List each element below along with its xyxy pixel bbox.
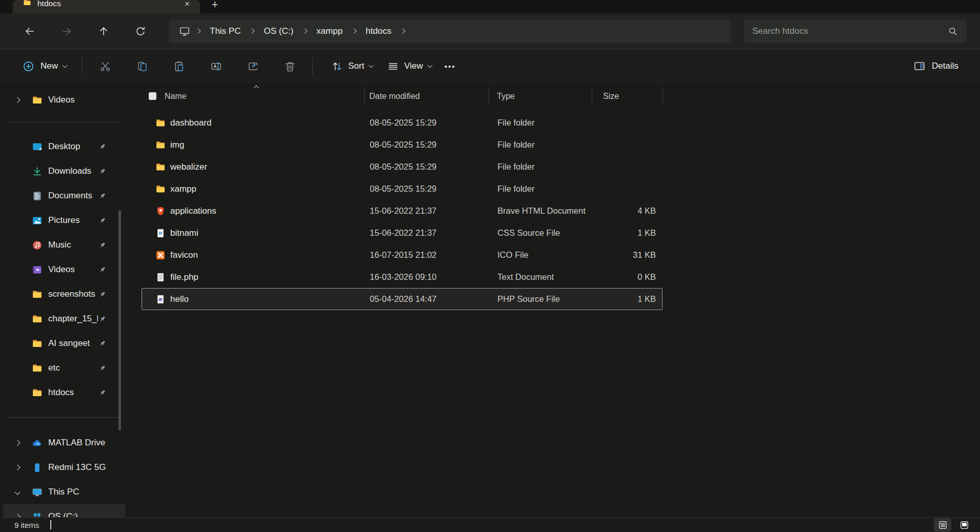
sidebar-scrollbar[interactable]	[118, 210, 121, 431]
file-row-bitnami[interactable]: bitnami 15-06-2022 21:37 CSS Source File…	[142, 222, 663, 244]
select-all-checkbox[interactable]	[149, 92, 156, 100]
tab-close-icon[interactable]: ✕	[181, 0, 194, 9]
refresh-button[interactable]	[129, 20, 152, 43]
file-row-file-php[interactable]: file.php 16-03-2026 09:10 Text Document …	[142, 266, 663, 288]
chevron-right-icon[interactable]	[14, 97, 20, 103]
chevron-right-icon[interactable]	[250, 29, 255, 34]
forward-button[interactable]	[55, 20, 78, 43]
sidebar-item-this-pc[interactable]: This PC	[3, 480, 125, 504]
tab-htdocs[interactable]: htdocs ✕	[13, 0, 200, 13]
sidebar-item-redmi-phone[interactable]: Redmi 13C 5G	[3, 455, 125, 480]
column-header-name[interactable]: Name	[142, 92, 364, 101]
details-pane-button[interactable]: Details	[906, 55, 966, 77]
sort-button-label: Sort	[348, 61, 364, 71]
details-pane-label: Details	[932, 61, 958, 71]
sidebar-item-videos-tree[interactable]: Videos	[3, 88, 125, 112]
sidebar-item-matlab-drive[interactable]: MATLAB Drive	[3, 431, 125, 455]
downloads-icon	[32, 166, 43, 177]
file-row-applications[interactable]: applications 15-06-2022 21:37 Brave HTML…	[142, 200, 663, 222]
column-header-size[interactable]: Size	[592, 92, 663, 101]
file-row-xampp[interactable]: xampp 08-05-2025 15:29 File folder	[142, 178, 663, 200]
chevron-right-icon[interactable]	[14, 514, 20, 517]
navigation-bar: This PC OS (C:) xampp htdocs	[0, 13, 980, 49]
view-icon	[387, 60, 399, 72]
search-input[interactable]	[752, 26, 948, 36]
sidebar-item-downloads[interactable]: Downloads	[3, 159, 125, 183]
breadcrumb-htdocs[interactable]: htdocs	[359, 23, 398, 39]
sidebar-item-os-c-drive[interactable]: OS (C:)	[3, 504, 125, 517]
file-row-hello-selected[interactable]: hello 05-04-2026 14:47 PHP Source File 1…	[142, 288, 663, 310]
sidebar-item-ai-sangeet[interactable]: AI sangeet	[3, 331, 125, 356]
file-explorer-window: htdocs ✕ + This PC OS (C:) xam	[0, 0, 980, 532]
sidebar-divider	[7, 122, 121, 122]
delete-button[interactable]	[278, 55, 301, 77]
rename-button[interactable]	[205, 55, 227, 77]
column-header-date-modified[interactable]: Date modified	[364, 92, 489, 101]
desktop-icon	[32, 141, 43, 152]
new-tab-button[interactable]: +	[206, 0, 224, 12]
view-button[interactable]: View	[380, 55, 439, 77]
sidebar-item-chapter-15[interactable]: chapter_15_lit	[3, 306, 125, 331]
sidebar-item-htdocs[interactable]: htdocs	[3, 380, 125, 405]
file-row-webalizer[interactable]: webalizer 08-05-2025 15:29 File folder	[142, 156, 663, 178]
chevron-right-icon[interactable]	[401, 29, 406, 34]
breadcrumb[interactable]: This PC OS (C:) xampp htdocs	[169, 19, 730, 43]
folder-icon	[155, 184, 166, 194]
search-box[interactable]	[744, 19, 966, 43]
sidebar-item-etc[interactable]: etc	[3, 356, 125, 380]
more-options-button[interactable]: •••	[439, 55, 462, 77]
pin-icon	[98, 290, 107, 299]
copy-button[interactable]	[131, 55, 153, 77]
column-resize-handle[interactable]	[364, 87, 365, 105]
file-row-favicon[interactable]: favicon 16-07-2015 21:02 ICO File 31 KB	[142, 244, 663, 266]
cut-button[interactable]	[94, 55, 116, 77]
folder-icon	[155, 118, 166, 128]
file-row-img[interactable]: img 08-05-2025 15:29 File folder	[142, 134, 663, 156]
pictures-icon	[32, 215, 43, 226]
breadcrumb-os-c[interactable]: OS (C:)	[257, 23, 300, 39]
share-button[interactable]	[242, 55, 264, 77]
column-header-type[interactable]: Type	[489, 92, 592, 101]
file-row-dashboard[interactable]: dashboard 08-05-2025 15:29 File folder	[142, 112, 663, 134]
sidebar-item-music[interactable]: Music	[3, 233, 125, 257]
chevron-down-icon[interactable]	[14, 489, 20, 495]
back-button[interactable]	[18, 20, 41, 43]
pin-icon	[98, 241, 107, 250]
column-resize-handle[interactable]	[592, 87, 592, 105]
breadcrumb-xampp[interactable]: xampp	[310, 23, 349, 39]
cloud-icon	[32, 438, 43, 448]
chevron-right-icon[interactable]	[303, 29, 308, 34]
folder-icon	[32, 314, 43, 324]
column-resize-handle[interactable]	[489, 87, 489, 105]
chevron-right-icon[interactable]	[14, 440, 20, 445]
sidebar-item-videos[interactable]: Videos	[3, 257, 125, 282]
file-list: Name Date modified Type Size dashboard 0…	[128, 83, 980, 517]
sidebar-item-screenshots[interactable]: screenshots	[3, 282, 125, 306]
chevron-right-icon[interactable]	[352, 29, 357, 34]
details-view-toggle[interactable]	[934, 518, 951, 531]
sidebar-item-pictures[interactable]: Pictures	[3, 208, 125, 233]
chevron-right-icon[interactable]	[14, 464, 20, 470]
thumbnail-view-toggle[interactable]	[955, 518, 973, 531]
music-icon	[32, 240, 43, 251]
pin-icon	[98, 142, 107, 151]
breadcrumb-this-pc[interactable]: This PC	[203, 23, 247, 39]
up-button[interactable]	[92, 20, 115, 43]
sidebar-item-documents[interactable]: Documents	[3, 183, 125, 208]
navigation-pane: Videos Desktop Downloads Documents	[0, 83, 128, 517]
chevron-down-icon	[427, 63, 432, 68]
css-file-icon	[155, 228, 166, 238]
pin-icon	[98, 339, 107, 348]
sidebar-item-desktop[interactable]: Desktop	[3, 134, 125, 159]
explorer-body: Videos Desktop Downloads Documents	[0, 83, 980, 517]
column-resize-handle[interactable]	[663, 87, 663, 105]
paste-button[interactable]	[168, 55, 190, 77]
this-pc-icon[interactable]	[176, 26, 193, 37]
xampp-ico-icon	[155, 250, 166, 260]
text-file-icon	[155, 272, 166, 282]
folder-icon	[32, 289, 43, 300]
folder-icon	[32, 338, 43, 349]
sort-button[interactable]: Sort	[324, 55, 380, 77]
new-button[interactable]: New	[18, 55, 71, 77]
search-icon[interactable]	[948, 26, 958, 36]
